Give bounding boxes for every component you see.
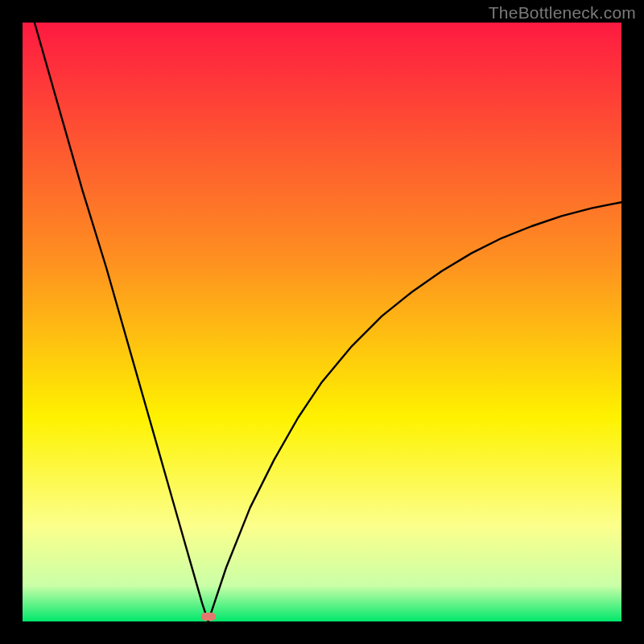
heat-gradient (23, 23, 621, 621)
bottleneck-chart (23, 23, 621, 621)
chart-frame (23, 23, 621, 621)
watermark-text: TheBottleneck.com (489, 3, 636, 23)
optimal-marker (201, 613, 216, 621)
